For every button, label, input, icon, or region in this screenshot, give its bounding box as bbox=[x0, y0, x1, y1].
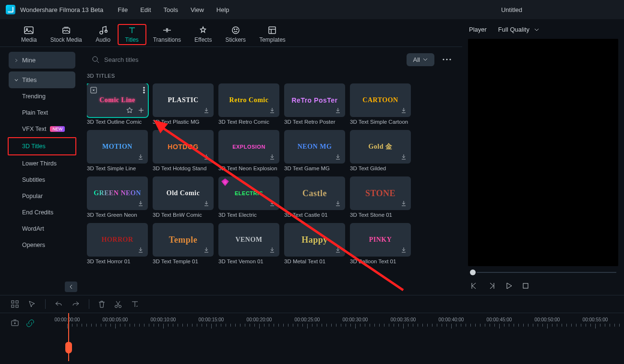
download-icon[interactable] bbox=[268, 153, 276, 161]
title-card[interactable]: Temple3D Text Temple 01 bbox=[153, 223, 214, 264]
download-icon[interactable] bbox=[202, 246, 211, 254]
tab-titles[interactable]: Titles bbox=[118, 24, 146, 45]
title-card[interactable]: Happy3D Metal Text 01 bbox=[284, 223, 345, 264]
title-card[interactable]: Comic Line3D Text Outline Comic bbox=[87, 83, 148, 125]
title-thumbnail[interactable]: Temple bbox=[153, 223, 214, 257]
menu-view[interactable]: View bbox=[191, 6, 204, 13]
sidebar-item-wordart[interactable]: WordArt bbox=[9, 221, 75, 237]
title-thumbnail[interactable]: ReTro PosTer bbox=[284, 83, 345, 117]
title-thumbnail[interactable]: Happy bbox=[284, 223, 345, 257]
title-thumbnail[interactable]: PINKY bbox=[350, 223, 411, 257]
collapse-sidebar-button[interactable] bbox=[65, 282, 77, 292]
sidebar-item-lower-thirds[interactable]: Lower Thirds bbox=[9, 155, 75, 172]
delete-button[interactable] bbox=[98, 300, 106, 308]
more-options-button[interactable] bbox=[439, 52, 455, 67]
title-thumbnail[interactable]: NEON MG bbox=[284, 130, 345, 164]
tab-audio[interactable]: Audio bbox=[89, 24, 118, 45]
title-card[interactable]: VENOM3D Text Vemon 01 bbox=[218, 223, 279, 264]
title-card[interactable]: Gold 金3D Text Gilded bbox=[350, 130, 411, 171]
title-card[interactable]: Old Comic3D Text BnW Comic bbox=[153, 176, 214, 218]
download-icon[interactable] bbox=[334, 153, 342, 161]
title-thumbnail[interactable]: Gold 金 bbox=[350, 130, 411, 164]
cursor-icon[interactable] bbox=[28, 300, 36, 308]
download-icon[interactable] bbox=[334, 106, 342, 115]
download-icon[interactable] bbox=[136, 153, 145, 161]
title-thumbnail[interactable]: MOTION bbox=[87, 130, 148, 164]
text-tool-button[interactable] bbox=[131, 300, 139, 308]
download-icon[interactable] bbox=[136, 199, 145, 208]
search-input[interactable]: Search titles bbox=[87, 53, 402, 66]
sidebar-item-trending[interactable]: Trending bbox=[9, 88, 75, 105]
tab-effects[interactable]: Effects bbox=[188, 24, 218, 45]
progress-bar[interactable] bbox=[468, 266, 618, 279]
download-icon[interactable] bbox=[268, 246, 276, 254]
download-icon[interactable] bbox=[136, 246, 145, 254]
sidebar-item-vfx-text[interactable]: VFX TextNEW bbox=[9, 121, 75, 137]
title-card[interactable]: STONE3D Text Stone 01 bbox=[350, 176, 411, 218]
title-card[interactable]: PINKY3D Balloon Text 01 bbox=[350, 223, 411, 264]
title-card[interactable]: Castle3D Text Castle 01 bbox=[284, 176, 345, 218]
title-thumbnail[interactable]: Castle bbox=[284, 176, 345, 210]
download-icon[interactable] bbox=[399, 246, 408, 254]
sidebar-titles[interactable]: Titles bbox=[9, 71, 75, 88]
title-card[interactable]: HORROR3D Text Horror 01 bbox=[87, 223, 148, 264]
title-thumbnail[interactable]: Old Comic bbox=[153, 176, 214, 210]
download-icon[interactable] bbox=[202, 199, 211, 208]
sidebar-mine[interactable]: Mine bbox=[9, 52, 75, 69]
title-thumbnail[interactable]: HORROR bbox=[87, 223, 148, 257]
menu-file[interactable]: File bbox=[118, 6, 128, 13]
download-icon[interactable] bbox=[268, 106, 276, 115]
download-icon[interactable] bbox=[334, 199, 342, 208]
timeline[interactable]: 00:00:00:0000:00:05:0000:00:10:0000:00:1… bbox=[0, 313, 624, 364]
title-thumbnail[interactable]: ELECTRIC bbox=[218, 176, 279, 210]
sidebar-item-plain-text[interactable]: Plain Text bbox=[9, 105, 75, 121]
title-thumbnail[interactable]: CARTOON bbox=[350, 83, 411, 117]
playhead[interactable] bbox=[68, 313, 69, 361]
download-icon[interactable] bbox=[268, 199, 276, 208]
tab-stickers[interactable]: Stickers bbox=[218, 24, 252, 45]
undo-button[interactable] bbox=[54, 300, 63, 308]
download-icon[interactable] bbox=[399, 106, 408, 115]
sidebar-item-3d-titles[interactable]: 3D Titles bbox=[8, 137, 76, 155]
title-thumbnail[interactable]: VENOM bbox=[218, 223, 279, 257]
next-frame-button[interactable] bbox=[487, 282, 496, 290]
sidebar-item-subtitles[interactable]: Subtitles bbox=[9, 172, 75, 188]
tab-stock-media[interactable]: Stock Media bbox=[44, 24, 89, 45]
menu-help[interactable]: Help bbox=[216, 6, 229, 13]
filter-all-select[interactable]: All bbox=[407, 53, 434, 66]
play-button[interactable] bbox=[504, 282, 513, 290]
menu-tools[interactable]: Tools bbox=[164, 6, 178, 13]
title-thumbnail[interactable]: Retro Comic bbox=[218, 83, 279, 117]
title-card[interactable]: CARTOON3D Text Simple Cartoon bbox=[350, 83, 411, 125]
title-card[interactable]: EXPLOSION3D Text Neon Explosion bbox=[218, 130, 279, 171]
stop-button[interactable] bbox=[522, 282, 529, 290]
title-card[interactable]: HOTDOG3D Text Hotdog Stand bbox=[153, 130, 214, 171]
redo-button[interactable] bbox=[72, 300, 80, 308]
split-button[interactable] bbox=[114, 300, 122, 308]
title-thumbnail[interactable]: HOTDOG bbox=[153, 130, 214, 164]
title-thumbnail[interactable]: EXPLOSION bbox=[218, 130, 279, 164]
download-icon[interactable] bbox=[202, 106, 211, 115]
title-card[interactable]: ReTro PosTer3D Text Retro Poster bbox=[284, 83, 345, 125]
title-card[interactable]: NEON MG3D Text Game MG bbox=[284, 130, 345, 171]
expand-icon[interactable] bbox=[90, 86, 97, 94]
tab-transitions[interactable]: Transitions bbox=[146, 24, 188, 45]
tab-templates[interactable]: Templates bbox=[252, 24, 292, 45]
prev-frame-button[interactable] bbox=[470, 282, 479, 290]
link-icon[interactable] bbox=[26, 319, 35, 328]
title-card[interactable]: PLASTIC3D Text Plastic MG bbox=[153, 83, 214, 125]
title-card[interactable]: ELECTRIC3D Text Electric bbox=[218, 176, 279, 218]
progress-handle[interactable] bbox=[470, 270, 476, 275]
title-card[interactable]: Retro Comic3D Text Retro Comic bbox=[218, 83, 279, 125]
title-thumbnail[interactable]: PLASTIC bbox=[153, 83, 214, 117]
title-card[interactable]: MOTION3D Text Simple Line bbox=[87, 130, 148, 171]
download-icon[interactable] bbox=[399, 153, 408, 161]
title-thumbnail[interactable]: STONE bbox=[350, 176, 411, 210]
sidebar-item-openers[interactable]: Openers bbox=[9, 237, 75, 253]
sidebar-item-popular[interactable]: Popular bbox=[9, 188, 75, 204]
menu-edit[interactable]: Edit bbox=[140, 6, 151, 13]
preview-viewport[interactable] bbox=[468, 39, 618, 266]
quality-select[interactable]: Full Quality bbox=[498, 26, 539, 33]
tab-media[interactable]: Media bbox=[14, 24, 44, 45]
download-icon[interactable] bbox=[202, 153, 211, 161]
